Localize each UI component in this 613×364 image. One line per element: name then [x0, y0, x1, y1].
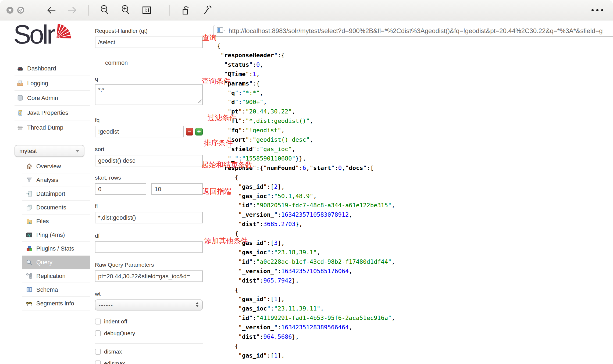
sidebar-item-schema[interactable]: Schema: [22, 283, 90, 297]
raw-query-parameters-label: Raw Query Parameters: [95, 262, 208, 268]
debugquery-checkbox[interactable]: debugQuery: [95, 329, 208, 337]
schema-icon: [26, 286, 33, 293]
sidebar-item-core-admin[interactable]: Core Admin: [15, 91, 90, 106]
browser-toolbar: [0, 0, 613, 20]
json-line: "fl":"*,dist:geodist()",: [213, 116, 613, 126]
sidebar-item-label: Java Properties: [27, 109, 68, 116]
aspect-ratio-icon[interactable]: [141, 5, 152, 16]
json-line: "_version_":1634235128389566464,: [213, 323, 613, 332]
core-admin-icon: [17, 95, 24, 102]
json-line: {: [213, 286, 613, 295]
json-line: "q":"*:*",: [213, 88, 613, 98]
magic-wand-icon[interactable]: [202, 5, 213, 16]
json-line: "_version_":1634235710583078912,: [213, 210, 613, 220]
sidebar-item-ping-4ms[interactable]: Ping (4ms): [22, 228, 90, 242]
chevron-down-icon: [75, 150, 80, 152]
sidebar-item-logging[interactable]: Logging: [15, 76, 90, 91]
sidebar-item-files[interactable]: Files: [22, 215, 90, 228]
json-line: "responseHeader":{: [213, 51, 613, 60]
plugins-icon: [26, 245, 33, 252]
json-line: "gas_id":[3],: [213, 238, 613, 248]
zoom-in-icon[interactable]: [120, 5, 131, 16]
checkbox-icon[interactable]: [95, 319, 101, 324]
documents-icon: [26, 204, 33, 211]
sidebar-item-query[interactable]: Query: [22, 256, 90, 269]
java-properties-icon: [17, 109, 24, 116]
replication-icon: [26, 273, 33, 280]
fq-input[interactable]: [95, 126, 184, 137]
back-icon[interactable]: [46, 5, 57, 16]
sidebar-item-label: Segments info: [36, 300, 74, 307]
json-line: "params":{: [213, 79, 613, 88]
annotation-: 查询条件: [202, 76, 231, 86]
json-line: "gas_id":[1],: [213, 351, 613, 361]
add-fq-button[interactable]: +: [195, 128, 203, 135]
rotate-icon[interactable]: [181, 5, 191, 16]
df-input[interactable]: [95, 241, 203, 253]
q-input[interactable]: *:*: [95, 84, 203, 105]
rows-input[interactable]: [151, 183, 203, 195]
json-line: "gas_id":[1],: [213, 295, 613, 304]
analysis-icon: [26, 177, 33, 184]
core-nav: OverviewAnalysisDataimportDocumentsFiles…: [22, 160, 90, 311]
sidebar-item-dashboard[interactable]: Dashboard: [15, 61, 90, 76]
indent-off-checkbox[interactable]: indent off: [95, 317, 208, 326]
sidebar-item-documents[interactable]: Documents: [22, 201, 90, 215]
solr-admin-window: Solr DashboardLoggingCore AdminJava Prop…: [0, 0, 613, 364]
dismax-checkbox[interactable]: dismax: [95, 348, 208, 356]
edismax-checkbox[interactable]: edismax: [95, 359, 208, 364]
annotation-: 返回指端: [202, 187, 231, 196]
sidebar-item-java-properties[interactable]: Java Properties: [15, 106, 90, 120]
response-url-bar[interactable]: http://localhost:8983/solr/mytest/select…: [213, 25, 613, 37]
sidebar-item-label: Thread Dump: [27, 124, 63, 131]
sidebar-item-replication[interactable]: Replication: [22, 269, 90, 283]
json-line: "dist":964.5686},: [213, 332, 613, 342]
json-line: {: [213, 41, 613, 51]
sort-label: sort: [95, 146, 208, 152]
more-options-icon[interactable]: [591, 9, 603, 11]
sidebar-item-dataimport[interactable]: Dataimport: [22, 187, 90, 201]
blocked-icon[interactable]: [17, 6, 25, 14]
json-line: "id":"41199291-fad1-4b53-95f6-2aca51ec91…: [213, 313, 613, 323]
resize-grip-icon[interactable]: [198, 99, 202, 104]
solr-logo[interactable]: Solr: [0, 20, 90, 61]
checkbox-icon[interactable]: [95, 349, 101, 355]
zoom-out-icon[interactable]: [99, 5, 110, 16]
toolbar-divider: [169, 5, 170, 16]
sidebar-item-label: Plugins / Stats: [36, 245, 74, 252]
sidebar-item-label: Dataimport: [36, 190, 65, 197]
checkbox-group-divider: [95, 343, 203, 344]
overview-icon: [26, 163, 33, 170]
checkbox-label: indent off: [104, 318, 127, 325]
json-line: "_":"1558590110680"}},: [213, 154, 613, 163]
fl-input[interactable]: [95, 212, 203, 223]
json-line: "id":"90820519-fdc7-48c8-a344-a61e122be3…: [213, 201, 613, 210]
json-line: "_version_":1634235710585176064,: [213, 267, 613, 276]
close-icon[interactable]: [6, 6, 14, 14]
raw-query-parameters-input[interactable]: [95, 270, 203, 282]
core-selector-value: mytest: [19, 148, 37, 155]
json-line: "status":0,: [213, 60, 613, 70]
sidebar-item-plugins-stats[interactable]: Plugins / Stats: [22, 242, 90, 256]
checkbox-icon[interactable]: [95, 361, 101, 364]
json-line: "gas_id":[2],: [213, 182, 613, 192]
sidebar-item-segments-info[interactable]: Segments info: [22, 297, 90, 311]
sidebar-item-label: Analysis: [36, 177, 58, 184]
checkbox-icon[interactable]: [95, 330, 101, 336]
checkbox-label: edismax: [104, 360, 125, 364]
json-line: "sort":"geodist() desc",: [213, 135, 613, 145]
sidebar-item-thread-dump[interactable]: Thread Dump: [15, 120, 90, 135]
forward-icon[interactable]: [67, 5, 78, 16]
sort-input[interactable]: [95, 155, 203, 166]
wt-select[interactable]: ------: [95, 299, 203, 311]
sidebar-item-analysis[interactable]: Analysis: [22, 173, 90, 187]
toolbar-divider: [88, 5, 89, 16]
select-spinner-icon: [195, 302, 199, 309]
start-input[interactable]: [95, 183, 146, 195]
request-handler-input[interactable]: [95, 37, 203, 48]
remove-fq-button[interactable]: −: [186, 128, 193, 135]
sidebar-item-overview[interactable]: Overview: [22, 160, 90, 173]
core-selector-dropdown[interactable]: mytest: [15, 145, 84, 157]
sidebar-item-label: Replication: [36, 273, 66, 280]
sidebar-item-label: Dashboard: [27, 65, 56, 72]
